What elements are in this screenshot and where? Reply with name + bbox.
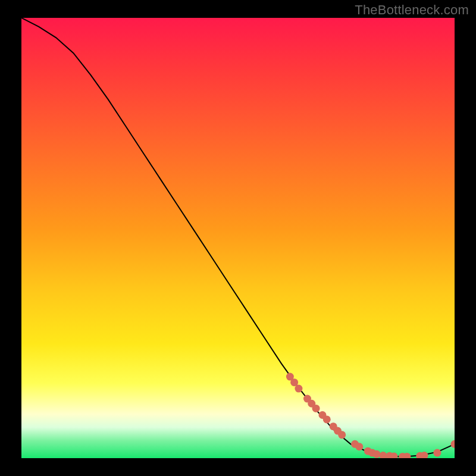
curve-dot [295, 385, 302, 393]
curve-dot [355, 443, 363, 450]
watermark-text: TheBottleneck.com [355, 2, 469, 18]
plot-area [21, 18, 455, 458]
curve-dot [338, 431, 346, 439]
gradient-bg [21, 18, 455, 458]
curve-dot [372, 450, 380, 458]
curve-dot [323, 415, 331, 423]
curve-dot [312, 405, 320, 412]
chart-frame: TheBottleneck.com [0, 0, 476, 476]
curve-dot [433, 449, 441, 457]
chart-svg [21, 18, 455, 458]
